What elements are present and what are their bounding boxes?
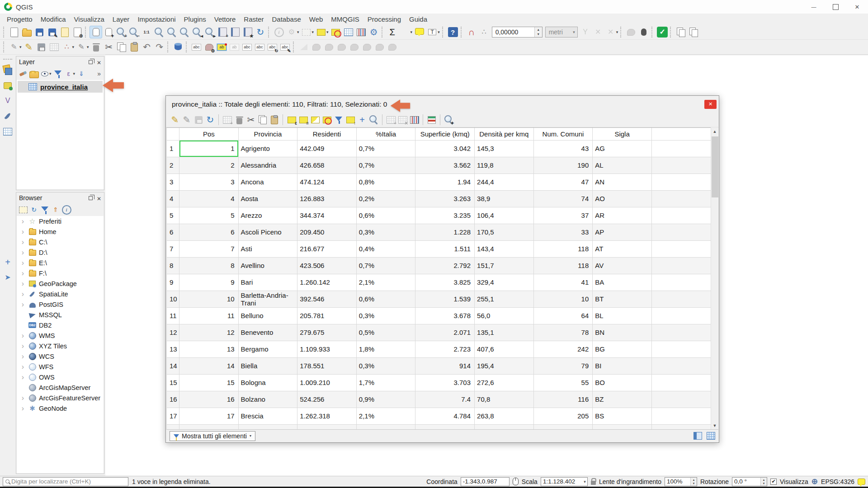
cell-provincia[interactable]: Biella [238, 357, 297, 374]
cell-sigla[interactable]: BT [593, 291, 652, 307]
cell-provincia[interactable]: Ascoli Piceno [238, 224, 297, 240]
layer-item-province-italia[interactable]: province_italia [18, 81, 103, 93]
cell-provincia[interactable]: Belluno [238, 307, 297, 324]
row-number-cell[interactable]: 1 [167, 140, 179, 157]
float-panel-icon[interactable] [89, 196, 93, 200]
move-feature-button[interactable]: + [1, 256, 14, 268]
cell-densit-per-kmq[interactable]: 263,8 [475, 408, 534, 424]
snapping-options-button[interactable]: ∴ [478, 26, 491, 38]
measure-line-button[interactable] [399, 26, 411, 38]
add-geopackage-layer-button[interactable] [1, 79, 14, 92]
cell-superficie-kmq[interactable]: 2.071 [415, 324, 475, 341]
cell-superficie-kmq[interactable]: 3.562 [415, 157, 475, 174]
cell-num-comuni[interactable]: 78 [533, 324, 593, 341]
cell-sigla[interactable]: BR [593, 424, 652, 429]
new-bookmark-button[interactable]: + [216, 26, 229, 38]
cell-italia[interactable]: 0,3% [356, 307, 415, 324]
units-combo[interactable]: metri▾ [545, 27, 578, 38]
expand-chevron-icon[interactable]: › [20, 268, 26, 278]
expand-chevron-icon[interactable]: › [20, 393, 26, 403]
browser-item-db2[interactable]: ›DB2DB2 [17, 320, 104, 330]
cell-sigla[interactable]: BL [593, 307, 652, 324]
menu-guida[interactable]: Guida [405, 14, 431, 25]
enable-tracing-button[interactable]: Y [579, 26, 592, 38]
bookmark-manager-button[interactable]: ★ [241, 26, 254, 38]
browser-item-mssql[interactable]: ›MSSQL [17, 310, 104, 320]
statistics-summary-button[interactable]: Σ [386, 26, 399, 38]
column-header-densit-per-kmq[interactable]: Densità per kmq [475, 128, 534, 140]
cut-features-button[interactable]: ✂ [103, 41, 115, 53]
row-number-cell[interactable]: 12 [167, 324, 179, 341]
cell-superficie-kmq[interactable]: 3.263 [415, 190, 475, 207]
menu-database[interactable]: Database [268, 14, 305, 25]
scrollbar-thumb[interactable] [712, 136, 718, 197]
cell-residenti[interactable]: 126.883 [297, 190, 357, 207]
manage-map-themes-button[interactable] [39, 68, 50, 79]
map-tips-button[interactable] [413, 26, 426, 38]
cell-provincia[interactable]: Benevento [238, 324, 297, 341]
add-feature-button[interactable]: ∴ [61, 41, 73, 53]
float-panel-icon[interactable] [89, 60, 93, 64]
row-number-cell[interactable]: 4 [167, 190, 179, 207]
cell-pos[interactable]: 8 [179, 257, 239, 274]
select-all-button[interactable]: ≡ [297, 114, 309, 126]
copy-selected-button[interactable] [257, 114, 269, 126]
cell-pos[interactable]: 16 [179, 391, 239, 408]
close-panel-icon[interactable] [97, 194, 101, 202]
zoom-in-button[interactable]: + [115, 26, 127, 38]
expand-chevron-icon[interactable]: › [20, 216, 26, 226]
deselect-all-button[interactable] [321, 114, 333, 126]
menu-web[interactable]: Web [305, 14, 327, 25]
cell-densit-per-kmq[interactable]: 195,4 [475, 357, 534, 374]
cell-provincia[interactable]: Bergamo [238, 341, 297, 357]
cell-pos[interactable]: 12 [179, 324, 239, 341]
cell-superficie-kmq[interactable]: 7.4 [415, 391, 475, 408]
cell-sigla[interactable]: AR [593, 207, 652, 224]
messages-bubble-icon[interactable] [858, 479, 865, 485]
cell-italia[interactable]: 2,1% [356, 274, 415, 291]
conditional-formatting-button[interactable] [426, 114, 438, 126]
topology-checker-button[interactable] [310, 41, 323, 53]
cell-pos[interactable]: 14 [179, 357, 239, 374]
row-number-cell[interactable]: 14 [167, 357, 179, 374]
pan-to-selection-button[interactable]: ✦ [102, 26, 115, 38]
form-view-icon[interactable] [693, 432, 702, 440]
cell-superficie-kmq[interactable]: 914 [415, 357, 475, 374]
cell-num-comuni[interactable]: 74 [533, 190, 593, 207]
cell-num-comuni[interactable]: 20 [533, 424, 593, 429]
cell-provincia[interactable]: Bologna [238, 374, 297, 391]
cell-italia[interactable]: 1,7% [356, 374, 415, 391]
cell-residenti[interactable]: 1.109.933 [297, 341, 357, 357]
cell-superficie-kmq[interactable]: 1.539 [415, 291, 475, 307]
field-calculator-button[interactable] [355, 26, 368, 38]
cell-pos[interactable]: 4 [179, 190, 239, 207]
menu-plugins[interactable]: Plugins [180, 14, 210, 25]
cell-residenti[interactable]: 392.546 [297, 291, 357, 307]
current-edits-button[interactable]: ✎ [8, 41, 20, 53]
row-number-cell[interactable]: 13 [167, 341, 179, 357]
row-number-cell[interactable]: 5 [167, 207, 179, 224]
cell-sigla[interactable]: AO [593, 190, 652, 207]
deselect-features-button[interactable] [330, 26, 342, 38]
menu-impostazioni[interactable]: Impostazioni [133, 14, 179, 25]
cell-sigla[interactable]: BZ [593, 391, 652, 408]
zoom-next-button[interactable]: ▸ [203, 26, 216, 38]
rotate-feature-button[interactable] [348, 41, 361, 53]
minimize-button[interactable] [803, 0, 825, 14]
menu-modifica[interactable]: Modifica [37, 14, 70, 25]
browser-item-preferiti[interactable]: ›Preferiti [17, 216, 104, 226]
map-canvas[interactable]: province_italia :: Totale degli elementi… [105, 55, 868, 476]
column-header-sigla[interactable]: Sigla [593, 128, 652, 140]
cell-sigla[interactable]: AN [593, 174, 652, 190]
column-header-italia[interactable]: %Italia [356, 128, 415, 140]
filter-browser-button[interactable] [39, 204, 50, 215]
cell-sigla[interactable]: BG [593, 341, 652, 357]
cell-num-comuni[interactable]: 79 [533, 357, 593, 374]
redo-button[interactable]: ↷ [153, 41, 166, 53]
dialog-titlebar[interactable]: province_italia :: Totale degli elementi… [166, 96, 719, 113]
cell-num-comuni[interactable]: 10 [533, 291, 593, 307]
menu-progetto[interactable]: Progetto [3, 14, 37, 25]
cell-residenti[interactable]: 178.551 [297, 357, 357, 374]
cell-provincia[interactable]: Bolzano [238, 391, 297, 408]
add-selected-layers-button[interactable] [18, 204, 28, 215]
